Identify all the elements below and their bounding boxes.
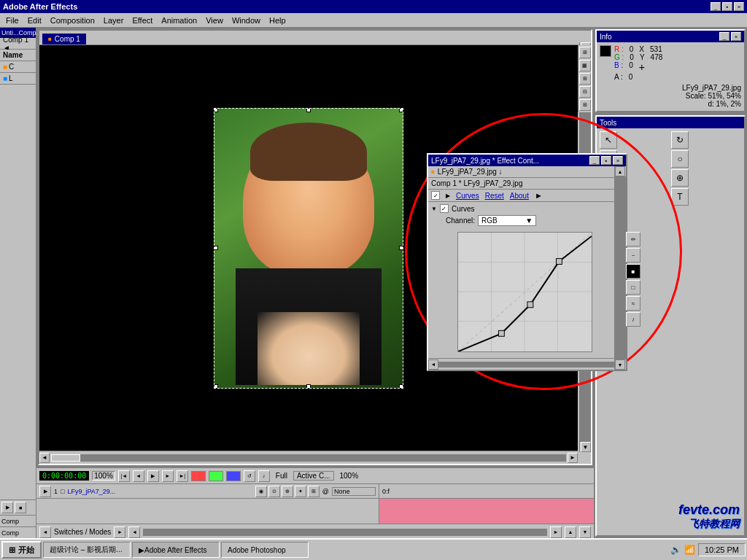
timeline-rows: ▶ 1 □ LFy9_jPA7_29... ◉ ⊙ ⊕ ✦ ⊞ @ None	[36, 484, 594, 524]
viewport-scrollbar-h[interactable]: ◄ ►	[39, 451, 578, 464]
menu-layer[interactable]: Layer	[99, 15, 128, 26]
timeline-prev-frame[interactable]: ◄	[133, 470, 144, 482]
mute-btn[interactable]: ♪	[258, 470, 270, 482]
taskbar-item-2-icon: ▶	[139, 546, 144, 554]
stop-button[interactable]: ■	[15, 502, 26, 513]
panel-layer-item[interactable]: ■ L	[0, 73, 36, 85]
menu-view[interactable]: View	[201, 15, 228, 26]
resolution-dropdown[interactable]: 100%	[337, 472, 362, 480]
start-button[interactable]: ⊞ 开始	[1, 541, 42, 559]
maximize-button[interactable]: ▪	[722, 2, 732, 11]
about-btn[interactable]: About	[510, 192, 529, 200]
curves-sub-checkbox[interactable]: ✓	[440, 204, 449, 213]
switches-btn[interactable]: ◄	[39, 526, 51, 538]
menu-effect[interactable]: Effect	[128, 15, 157, 26]
effect-scroll-down[interactable]: ▼	[615, 359, 625, 370]
reset-btn[interactable]: Reset	[485, 192, 504, 200]
switch2[interactable]: ⊙	[268, 486, 280, 497]
timeline-skip-end[interactable]: ►|	[177, 470, 188, 482]
menu-file[interactable]: File	[1, 15, 23, 26]
channel-arrow: ▼	[525, 217, 533, 225]
effect-minimize[interactable]: _	[589, 156, 600, 165]
taskbar-item-2[interactable]: ▶ Adobe After Effects	[132, 542, 220, 558]
timeline-next-frame[interactable]: ►	[162, 470, 174, 482]
taskbar: ⊞ 开始 超级讨论 – 影视后期... ▶ Adobe After Effect…	[0, 538, 747, 560]
close-button[interactable]: ×	[734, 2, 744, 11]
curves-checkbox[interactable]: ✓	[431, 191, 440, 200]
tl-down-btn[interactable]: ▼	[579, 526, 591, 538]
zoom-tool[interactable]: ⊕	[671, 169, 689, 187]
mask-tool[interactable]: ○	[671, 150, 689, 168]
menu-edit[interactable]: Edit	[23, 15, 46, 26]
switch4[interactable]: ✦	[295, 486, 306, 497]
channel-dropdown[interactable]: RGB ▼	[478, 215, 536, 226]
effect-scrollbar[interactable]: ◄ ►	[428, 358, 626, 370]
info-scale: Scale: 51%, 54%	[600, 92, 741, 100]
text-tool[interactable]: T	[671, 188, 689, 206]
effect-vscroll-track[interactable]	[615, 176, 626, 359]
ruler-btn[interactable]: ⊟	[579, 86, 591, 98]
grid-btn[interactable]: ⊞	[579, 73, 591, 85]
taskbar-item-3-label: Adobe Photoshop	[228, 546, 286, 554]
effect-maximize[interactable]: ▪	[601, 156, 611, 165]
minimize-button[interactable]: _	[711, 2, 721, 11]
tl-scrollbar[interactable]	[143, 529, 547, 536]
active-cam-dropdown[interactable]: Active C...	[293, 471, 334, 481]
menu-window[interactable]: Window	[228, 15, 265, 26]
effect-scroll-left[interactable]: ◄	[428, 359, 438, 370]
play-button[interactable]: ▶	[1, 502, 13, 513]
curve-smooth-btn[interactable]: ~	[626, 248, 640, 262]
switch3[interactable]: ⊕	[282, 486, 293, 497]
r-label: R :	[614, 45, 624, 53]
crosshair-icon: +	[639, 61, 645, 73]
menu-composition[interactable]: Composition	[46, 15, 99, 26]
tl-play-btn[interactable]: ▶	[39, 486, 51, 497]
curve-pencil-btn[interactable]: ✏	[626, 232, 640, 246]
taskbar-item-1[interactable]: 超级讨论 – 影视后期...	[43, 542, 131, 558]
color-swatch	[600, 45, 611, 57]
switch1[interactable]: ◉	[255, 486, 267, 497]
timeline-skip-start[interactable]: |◄	[118, 470, 130, 482]
panel-comp-item[interactable]: ■ C	[0, 61, 36, 73]
hscroll-thumb[interactable]	[51, 454, 80, 462]
curve-white-pt-btn[interactable]: □	[626, 280, 640, 295]
none-dropdown[interactable]: None	[332, 487, 376, 496]
info-close[interactable]: ×	[731, 32, 741, 41]
effect-close[interactable]: ×	[613, 156, 623, 165]
info-minimize[interactable]: _	[719, 32, 729, 41]
zoom-dropdown[interactable]: 100%	[92, 471, 115, 481]
scroll-down[interactable]: ▼	[581, 442, 591, 452]
tl-left-arrow[interactable]: ◄	[128, 526, 140, 538]
curve-reset-btn[interactable]: /	[626, 312, 640, 327]
view-mask-btn[interactable]: ▦	[579, 60, 591, 71]
ram-preview-indicator	[191, 471, 206, 481]
scroll-right[interactable]: ►	[568, 453, 578, 463]
svg-rect-9	[498, 330, 504, 336]
modes-btn[interactable]: ►	[114, 526, 125, 538]
switch5[interactable]: ⊞	[308, 486, 320, 497]
rotate-tool[interactable]: ↻	[671, 131, 689, 149]
menu-animation[interactable]: Animation	[157, 15, 201, 26]
timeline-play[interactable]: ▶	[147, 470, 159, 482]
tl-up-btn[interactable]: ▲	[565, 526, 576, 538]
curve-black-pt-btn[interactable]: ■	[626, 264, 640, 279]
info-window-controls: _ ×	[719, 32, 741, 41]
audio-indicator	[209, 471, 223, 481]
select-tool[interactable]: ↖	[600, 131, 617, 149]
tl-right-arrow[interactable]: ►	[550, 526, 562, 538]
effect-scroll-up[interactable]: ▲	[615, 166, 625, 176]
taskbar-item-3[interactable]: Adobe Photoshop	[221, 542, 309, 558]
curves-label[interactable]: Curves	[456, 192, 479, 200]
hscroll-track[interactable]	[51, 454, 566, 462]
scroll-left[interactable]: ◄	[39, 453, 50, 463]
loop-btn[interactable]: ↺	[244, 470, 255, 482]
comp-tab-active[interactable]: ■ Comp 1	[42, 34, 86, 44]
zoom-fit-btn[interactable]: ⊞	[579, 47, 591, 58]
curves-graph[interactable]	[457, 232, 592, 352]
menu-help[interactable]: Help	[265, 15, 290, 26]
safe-zones-btn[interactable]: ⊞	[579, 99, 591, 111]
effect-hscroll-track[interactable]	[438, 362, 616, 368]
effect-scrollbar-v[interactable]: ▲ ▼	[614, 166, 626, 370]
curve-preview-btn[interactable]: ≈	[626, 296, 640, 311]
x-label: X	[639, 45, 644, 53]
